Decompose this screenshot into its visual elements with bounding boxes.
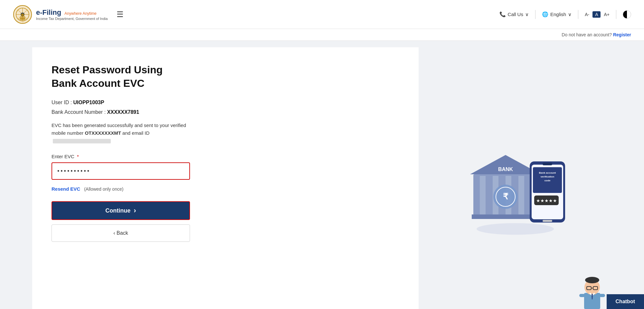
email-blur bbox=[53, 139, 111, 143]
bank-account-label: Bank Account Number : bbox=[52, 109, 107, 115]
bank-account-row: Bank Account Number : XXXXXX7891 bbox=[52, 109, 399, 115]
brand-tagline: Anywhere Anytime bbox=[64, 11, 96, 16]
main-container: Reset Password Using Bank Account EVC Us… bbox=[0, 41, 644, 309]
back-label: ‹ Back bbox=[113, 230, 128, 236]
svg-point-35 bbox=[585, 277, 599, 283]
svg-text:॥: ॥ bbox=[22, 21, 23, 23]
page-title: Reset Password Using Bank Account EVC bbox=[52, 63, 399, 90]
divider-2 bbox=[578, 10, 578, 19]
illustration-area: BANK ₹ Bank account verification code ★★… bbox=[419, 47, 612, 309]
font-decrease-button[interactable]: A- bbox=[585, 12, 589, 17]
evc-input[interactable] bbox=[52, 162, 190, 180]
evc-message: EVC has been generated successfully and … bbox=[52, 122, 193, 145]
language-label: English bbox=[550, 12, 566, 17]
continue-button[interactable]: Continue › bbox=[52, 201, 190, 220]
svg-text:code: code bbox=[545, 179, 551, 182]
svg-point-11 bbox=[477, 223, 554, 235]
bank-account-value: XXXXXX7891 bbox=[107, 109, 139, 115]
brand-name: e-Filing Anywhere Anytime bbox=[36, 8, 108, 17]
resend-row: Resend EVC (Allowed only once) bbox=[52, 186, 399, 192]
call-us-label: Call Us bbox=[508, 12, 523, 17]
resend-evc-link[interactable]: Resend EVC bbox=[52, 186, 80, 192]
font-normal-button[interactable]: A bbox=[592, 11, 601, 18]
continue-arrow: › bbox=[134, 206, 136, 215]
header: ॥ e-Filing Anywhere Anytime Income Tax D… bbox=[0, 0, 644, 29]
required-indicator: * bbox=[77, 154, 79, 159]
svg-text:verification: verification bbox=[541, 175, 554, 178]
user-id-label: User ID : bbox=[52, 100, 73, 105]
svg-point-9 bbox=[21, 14, 24, 17]
logo-text: e-Filing Anywhere Anytime Income Tax Dep… bbox=[36, 8, 108, 21]
phone-icon: 📞 bbox=[499, 11, 506, 17]
svg-text:BANK: BANK bbox=[498, 167, 513, 172]
language-chevron: ∨ bbox=[568, 12, 572, 17]
svg-rect-8 bbox=[20, 16, 25, 20]
bank-illustration: BANK ₹ Bank account verification code ★★… bbox=[460, 129, 570, 239]
svg-rect-17 bbox=[518, 176, 524, 214]
register-link[interactable]: Register bbox=[613, 32, 631, 37]
svg-text:★★★★★: ★★★★★ bbox=[536, 198, 557, 203]
brand-sub: Income Tax Department, Government of Ind… bbox=[36, 17, 108, 21]
chatbot-avatar bbox=[578, 274, 607, 309]
resend-note: (Allowed only once) bbox=[84, 186, 123, 192]
no-account-text: Do not have an account? bbox=[562, 32, 612, 37]
divider-1 bbox=[535, 10, 535, 19]
svg-text:₹: ₹ bbox=[503, 192, 508, 201]
call-us-chevron: ∨ bbox=[525, 12, 529, 17]
evc-mobile: OTXXXXXXXMT bbox=[85, 130, 121, 136]
chatbot-button[interactable]: Chatbot bbox=[607, 294, 644, 309]
font-controls: A- A A+ bbox=[585, 11, 610, 18]
globe-icon: 🌐 bbox=[542, 11, 548, 17]
emblem-icon: ॥ bbox=[13, 5, 32, 24]
call-us-button[interactable]: 📞 Call Us ∨ bbox=[499, 11, 529, 17]
contrast-toggle[interactable] bbox=[623, 10, 631, 19]
svg-rect-14 bbox=[480, 176, 486, 214]
content-panel: Reset Password Using Bank Account EVC Us… bbox=[32, 47, 419, 309]
logo-area: ॥ e-Filing Anywhere Anytime Income Tax D… bbox=[13, 5, 108, 24]
svg-text:Bank account: Bank account bbox=[539, 171, 556, 174]
svg-rect-32 bbox=[543, 220, 552, 222]
font-increase-button[interactable]: A+ bbox=[604, 12, 610, 17]
hamburger-menu[interactable]: ☰ bbox=[114, 7, 126, 22]
header-left: ॥ e-Filing Anywhere Anytime Income Tax D… bbox=[13, 5, 126, 24]
back-button[interactable]: ‹ Back bbox=[52, 224, 190, 242]
header-right: 📞 Call Us ∨ 🌐 English ∨ A- A A+ bbox=[499, 10, 631, 19]
user-id-value: UIOPP1003P bbox=[73, 100, 104, 105]
enter-evc-label: Enter EVC * bbox=[52, 154, 399, 159]
svg-rect-41 bbox=[579, 294, 585, 297]
sub-header: Do not have an account? Register bbox=[0, 29, 644, 41]
language-selector[interactable]: 🌐 English ∨ bbox=[542, 11, 572, 17]
continue-label: Continue bbox=[105, 207, 130, 214]
evc-message-part2: and email ID bbox=[121, 130, 149, 136]
user-id-row: User ID : UIOPP1003P bbox=[52, 100, 399, 105]
svg-rect-25 bbox=[543, 163, 552, 165]
svg-rect-42 bbox=[599, 294, 605, 297]
divider-3 bbox=[616, 10, 616, 19]
chatbot-container: Chatbot bbox=[578, 274, 644, 309]
